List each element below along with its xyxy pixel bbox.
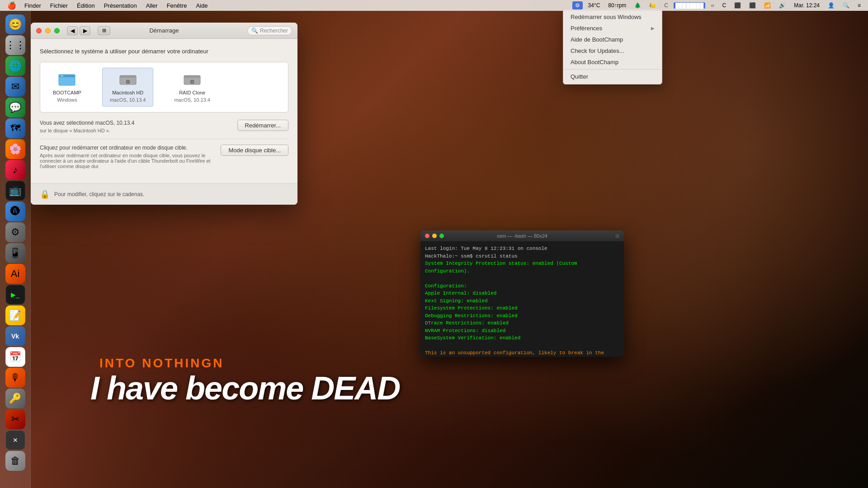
minimize-button[interactable] xyxy=(45,28,51,33)
terminal-line-0: Last login: Tue May 8 12:23:31 on consol… xyxy=(425,245,619,253)
dock-iphone-backup[interactable]: 📱 xyxy=(5,243,25,263)
bootcamp-disk-icon xyxy=(58,72,76,88)
menu-about[interactable]: About BootChamp xyxy=(563,56,662,68)
dock-calendar[interactable]: 📅 xyxy=(5,347,25,367)
notification-icon[interactable]: ≡ xyxy=(855,1,863,9)
window-header: Sélectionnez le système à utiliser pour … xyxy=(40,48,288,55)
dock-settings[interactable]: ⚙ xyxy=(5,222,25,242)
terminal-content[interactable]: Last login: Tue May 8 12:23:31 on consol… xyxy=(420,241,624,357)
disk-item-bootcamp[interactable]: BOOTCAMP Windows xyxy=(46,68,89,106)
terminal-minimize[interactable] xyxy=(432,234,437,238)
terminal-line-9: DTrace Restrictions: enabled xyxy=(425,319,619,327)
terminal-line-6: Kext Signing: enabled xyxy=(425,297,619,305)
bootcamp-menubar-icon[interactable]: ⚙ xyxy=(572,1,583,9)
desktop-subtext: INTO NOTHINGN xyxy=(99,356,224,371)
menubar-aide[interactable]: Aide xyxy=(191,1,212,10)
bootcamp-context-menu: Redémarrer sous Windows Préférences ▶ Ai… xyxy=(563,9,662,84)
menu-help[interactable]: Aide de BootChamp xyxy=(563,34,662,45)
dock-delete[interactable]: ✂ xyxy=(5,409,25,429)
window-search[interactable]: 🔍 Rechercher xyxy=(247,26,292,35)
terminal-line-3 xyxy=(425,275,619,282)
menubar-right: ⚙ 34°C 80↑rpm 🌲 🍋 C ████████ ○ C ⬛ ⬛ 📶 🔊… xyxy=(572,1,868,9)
terminal-line-10: NVRAM Protections: disabled xyxy=(425,327,619,335)
restart-button[interactable]: Redémarrer... xyxy=(237,120,288,131)
dock-photos[interactable]: 🌸 xyxy=(5,139,25,159)
temp-display: 34°C xyxy=(585,1,603,9)
dock-x[interactable]: ✕ xyxy=(5,430,25,450)
bootcamp-disk-subtitle: Windows xyxy=(57,97,77,103)
bt-icon[interactable]: ⬛ xyxy=(746,1,759,9)
terminal-line-11: BaseSystem Verification: enabled xyxy=(425,334,619,342)
window-title: Démarrage xyxy=(149,27,179,34)
svg-point-6 xyxy=(127,81,128,83)
terminal-close[interactable] xyxy=(425,234,429,238)
dock-vk[interactable]: Vk xyxy=(5,326,25,346)
menu-quit[interactable]: Quitter xyxy=(563,71,662,82)
search-icon: 🔍 xyxy=(251,28,258,34)
menu-check-updates[interactable]: Check for Updates... xyxy=(563,45,662,56)
lock-icon[interactable]: 🔒 xyxy=(40,189,50,199)
caffeine-icon[interactable]: C xyxy=(661,1,671,9)
selection-text: Vous avez sélectionné macOS, 10.13.4 xyxy=(40,120,134,126)
grid-view-button[interactable]: ⊞ xyxy=(98,26,110,35)
dock-appstore[interactable]: 🅐 xyxy=(5,202,25,221)
menubar-aller[interactable]: Aller xyxy=(142,1,162,10)
limelight-icon[interactable]: 🍋 xyxy=(646,1,659,9)
menubar-fichier[interactable]: Fichier xyxy=(46,1,72,10)
airplay-icon[interactable]: ⬛ xyxy=(731,1,744,9)
terminal-maximize[interactable] xyxy=(439,234,444,238)
dock-terminal[interactable]: ▶_ xyxy=(5,285,25,305)
bootcamp-disk-name: BOOTCAMP xyxy=(53,90,81,95)
menubar-fenetre[interactable]: Fenêtre xyxy=(162,1,192,10)
c-icon[interactable]: C xyxy=(720,1,729,9)
dock-creative[interactable]: Ai xyxy=(5,264,25,284)
dock-maps[interactable]: 🗺 xyxy=(5,118,25,138)
window-content: Sélectionnez le système à utiliser pour … xyxy=(31,39,297,183)
footer-text: Pour modifier, cliquez sur le cadenas. xyxy=(54,191,144,197)
dock-mail[interactable]: ✉ xyxy=(5,77,25,97)
target-disk-button[interactable]: Mode disque cible... xyxy=(221,145,288,156)
search-placeholder: Rechercher xyxy=(260,28,288,34)
menubar-edition[interactable]: Édition xyxy=(72,1,99,10)
disk-item-raid[interactable]: RAID Clone macOS, 10.13.4 xyxy=(167,68,217,106)
menubar-finder[interactable]: Finder xyxy=(20,1,46,10)
dock-launchpad[interactable]: ⋮⋮ xyxy=(5,35,25,55)
dock-keychain[interactable]: 🔑 xyxy=(5,389,25,408)
back-button[interactable]: ◀ xyxy=(67,26,78,35)
terminal-window: ssm — -bash — 80x24 ⊞ Last login: Tue Ma… xyxy=(420,230,624,357)
dock-finder[interactable]: 😊 xyxy=(5,14,25,34)
dock: 😊 ⋮⋮ 🌐 ✉ 💬 🗺 🌸 ♪ 📺 🅐 ⚙ 📱 Ai ▶_ 📝 Vk xyxy=(0,11,31,488)
target-disk-section: Cliquez pour redémarrer cet ordinateur e… xyxy=(40,145,288,169)
user-icon[interactable]: 👤 xyxy=(825,1,837,9)
dock-safari[interactable]: 🌐 xyxy=(5,56,25,76)
dropbox-icon[interactable]: 🌲 xyxy=(632,1,644,9)
menu-restart-windows[interactable]: Redémarrer sous Windows xyxy=(563,11,662,23)
menu-preferences[interactable]: Préférences ▶ xyxy=(563,23,662,34)
maximize-button[interactable] xyxy=(54,28,60,33)
spotlight-icon[interactable]: 🔍 xyxy=(840,1,852,9)
wifi-icon[interactable]: 📶 xyxy=(761,1,774,9)
disk-item-macintosh[interactable]: Macintosh HD macOS, 10.13.4 xyxy=(102,68,154,107)
terminal-titlebar: ssm — -bash — 80x24 ⊞ xyxy=(420,230,624,241)
dock-messages[interactable]: 💬 xyxy=(5,98,25,117)
menu-separator xyxy=(563,69,662,70)
progress-bar: ████████ xyxy=(674,2,705,9)
dock-voice[interactable]: 🎙 xyxy=(5,368,25,388)
terminal-resize-icon: ⊞ xyxy=(615,233,619,239)
apple-menu[interactable]: 🍎 xyxy=(4,0,20,11)
bootcamp-window: ◀ ▶ ⊞ Démarrage 🔍 Rechercher Sélectionne… xyxy=(31,23,297,205)
dock-tv[interactable]: 📺 xyxy=(5,181,25,201)
close-button[interactable] xyxy=(36,28,42,33)
dock-music[interactable]: ♪ xyxy=(5,160,25,180)
dock-notes[interactable]: 📝 xyxy=(5,305,25,325)
target-disk-desc: Après avoir redémarré cet ordinateur en … xyxy=(40,153,216,169)
window-controls xyxy=(36,28,60,33)
selection-section: Vous avez sélectionné macOS, 10.13.4 sur… xyxy=(40,120,288,139)
dock-trash[interactable]: 🗑 xyxy=(5,451,25,471)
terminal-line-1: HackThalo:~ ssm$ csrutil status xyxy=(425,253,619,260)
volume-icon[interactable]: 🔊 xyxy=(776,1,788,9)
preferences-arrow: ▶ xyxy=(651,26,655,31)
forward-button[interactable]: ▶ xyxy=(80,26,90,35)
terminal-line-8: Debugging Restrictions: enabled xyxy=(425,312,619,320)
menubar-presentation[interactable]: Présentation xyxy=(99,1,142,10)
